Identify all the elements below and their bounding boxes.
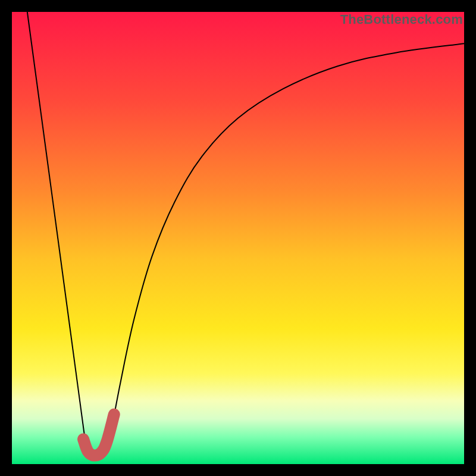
chart-frame: TheBottleneck.com xyxy=(0,0,476,476)
chart-svg xyxy=(12,12,464,464)
plot-area: TheBottleneck.com xyxy=(12,12,464,464)
watermark-text: TheBottleneck.com xyxy=(340,12,463,27)
